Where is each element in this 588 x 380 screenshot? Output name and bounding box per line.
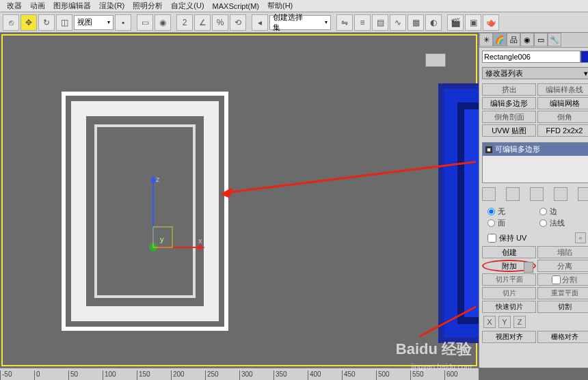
btn-cut[interactable]: 切割	[537, 301, 588, 313]
remove-mod-button[interactable]	[554, 187, 567, 201]
pin-stack-button[interactable]	[482, 187, 496, 201]
keep-uv-settings-button[interactable]: ▫	[575, 232, 586, 243]
btn-split[interactable]: 分割	[537, 273, 588, 286]
named-sel-prev-button[interactable]: ◂	[252, 14, 268, 31]
btn-edit-mesh[interactable]: 编辑网格	[537, 97, 588, 109]
object-frame-white[interactable]	[62, 92, 228, 331]
mirror-button[interactable]: ⇋	[336, 14, 353, 31]
attach-list-button[interactable]	[524, 262, 533, 273]
object-color-swatch[interactable]	[580, 51, 588, 63]
ruler-tick: 50	[68, 370, 103, 380]
ruler-tick: 450	[342, 370, 376, 380]
btn-edit-poly[interactable]: 编辑多边形	[482, 97, 536, 109]
unique-button[interactable]	[530, 187, 544, 201]
tab-motion[interactable]: ◉	[520, 33, 534, 46]
ruler-tick: 250	[205, 370, 239, 380]
modifier-list-dropdown[interactable]: 修改器列表 ▾	[482, 67, 588, 79]
viewcube-icon[interactable]	[425, 53, 446, 67]
ref-coord-label: 视图	[77, 17, 92, 27]
menu-help[interactable]: 帮助(H)	[263, 0, 297, 12]
menu-rendering[interactable]: 渲染(R)	[95, 0, 129, 12]
render-frame-button[interactable]: ▣	[465, 14, 481, 31]
named-sel-label: 创建选择集	[273, 12, 310, 33]
chevron-down-icon: ▾	[107, 19, 110, 25]
btn-create[interactable]: 创建	[482, 246, 536, 258]
stack-item-editable-poly[interactable]: ■ 可编辑多边形	[483, 143, 588, 156]
btn-slice[interactable]: 切片	[482, 287, 536, 299]
tab-create[interactable]: ✳	[479, 33, 493, 46]
menu-modifier[interactable]: 改器	[3, 0, 26, 12]
ruler-tick: 350	[273, 370, 308, 380]
menu-lighting-analysis[interactable]: 照明分析	[129, 0, 167, 12]
show-end-button[interactable]	[506, 187, 520, 201]
btn-collapse[interactable]: 塌陷	[537, 246, 588, 258]
btn-slice-plane[interactable]: 切片平面	[482, 273, 536, 286]
ruler-tick: 500	[376, 370, 410, 380]
ruler-tick: -50	[0, 370, 34, 380]
expand-icon[interactable]: ■	[485, 146, 492, 153]
snap-spinner-button[interactable]: ⟲	[230, 14, 246, 31]
material-button[interactable]: ◐	[425, 14, 442, 31]
menu-animation[interactable]: 动画	[26, 0, 49, 12]
btn-edit-spline[interactable]: 编辑样条线	[537, 83, 588, 96]
btn-uvw-map[interactable]: UVW 贴图	[482, 124, 536, 137]
radio-edge[interactable]: 边	[539, 206, 586, 217]
align-button[interactable]: ≡	[354, 14, 371, 31]
tab-modify[interactable]: 🌈	[493, 33, 507, 46]
select-object-button[interactable]: ▭	[137, 14, 153, 31]
btn-reset-plane[interactable]: 重置平面	[537, 287, 588, 299]
snap-angle-button[interactable]: ∠	[194, 14, 211, 31]
snap-2d-button[interactable]: 2	[176, 14, 193, 31]
layers-button[interactable]: ▤	[372, 14, 388, 31]
tab-utilities[interactable]: 🔧	[548, 33, 561, 46]
named-sel-dropdown[interactable]: 创建选择集 ▾	[269, 15, 331, 30]
menu-maxscript[interactable]: MAXScript(M)	[209, 1, 263, 12]
axis-y-button[interactable]: Y	[498, 316, 511, 328]
btn-grid-align[interactable]: 栅格对齐	[537, 331, 588, 343]
ruler-tick: 550	[410, 370, 444, 380]
schematic-button[interactable]: ▦	[407, 14, 424, 31]
radio-face[interactable]: 面	[487, 218, 534, 228]
viewport-area: z x y	[0, 33, 479, 368]
modifier-stack[interactable]: ■ 可编辑多边形	[482, 142, 588, 183]
btn-ffd[interactable]: FFD 2x2x2	[537, 124, 588, 137]
render-setup-button[interactable]: 🎬	[447, 14, 464, 31]
chevron-down-icon: ▾	[325, 19, 328, 25]
ruler-tick: 400	[308, 370, 342, 380]
radio-normal[interactable]: 法线	[539, 218, 586, 228]
axis-z-button[interactable]: Z	[513, 316, 526, 328]
rotate-button[interactable]: ↻	[38, 14, 55, 31]
btn-quick-slice[interactable]: 快速切片	[482, 301, 536, 313]
isolate-button[interactable]: ◉	[155, 14, 171, 31]
pivot-button[interactable]: ▪	[115, 14, 131, 31]
menu-customize[interactable]: 自定义(U)	[167, 0, 208, 12]
command-panel: ✳ 🌈 品 ◉ ▭ 🔧 修改器列表 ▾ 挤出 编辑样条线 编辑多边形 编辑网格 …	[479, 33, 588, 368]
configure-button[interactable]	[578, 187, 588, 201]
active-viewport[interactable]: z x y	[1, 34, 477, 366]
radio-none[interactable]: 无	[487, 206, 534, 217]
ref-coord-dropdown[interactable]: 视图 ▾	[74, 15, 113, 30]
link-button[interactable]: ⎋	[3, 14, 19, 31]
btn-chamfer[interactable]: 倒角	[537, 111, 588, 123]
tab-hierarchy[interactable]: 品	[507, 33, 520, 46]
btn-chamfer-section[interactable]: 倒角剖面	[482, 111, 536, 123]
snap-percent-button[interactable]: %	[212, 14, 228, 31]
curve-editor-button[interactable]: ∿	[390, 14, 406, 31]
checkbox-keep-uv[interactable]	[487, 234, 496, 243]
modifier-list-label: 修改器列表	[485, 68, 523, 79]
move-button[interactable]: ✥	[21, 14, 37, 31]
btn-extrude[interactable]: 挤出	[482, 83, 536, 96]
btn-attach[interactable]: 附加	[482, 260, 536, 272]
tab-display[interactable]: ▭	[534, 33, 548, 46]
menu-graph-editors[interactable]: 图形编辑器	[49, 0, 95, 12]
time-ruler[interactable]: -50 0 50 100 150 200 250 300 350 400 450…	[0, 368, 479, 380]
checkbox-split[interactable]	[552, 275, 561, 284]
btn-view-align[interactable]: 视图对齐	[482, 331, 536, 343]
object-name-input[interactable]	[482, 51, 580, 63]
scale-button[interactable]: ◫	[56, 14, 72, 31]
rollout-selection: 无 边 面 法线 保持 UV ▫	[482, 204, 588, 245]
render-button[interactable]: 🫖	[483, 14, 499, 31]
axis-x-button[interactable]: X	[483, 316, 496, 328]
btn-separate[interactable]: 分离	[537, 260, 588, 272]
ruler-tick: 0	[34, 370, 68, 380]
